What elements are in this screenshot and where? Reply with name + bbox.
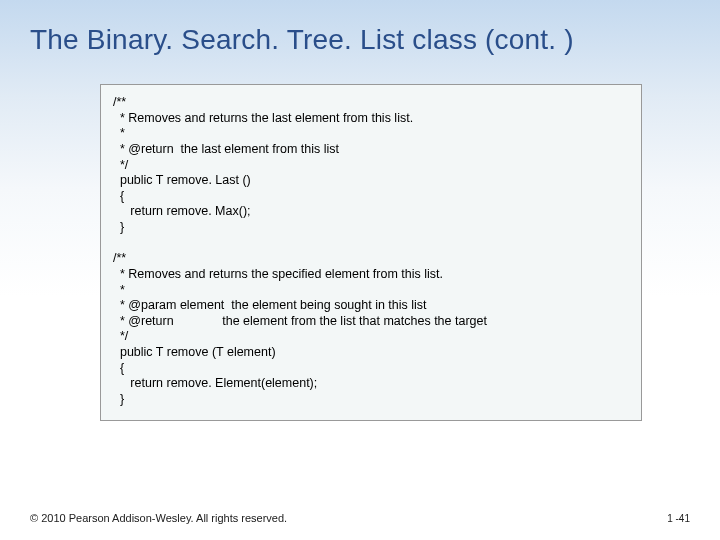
slide: The Binary. Search. Tree. List class (co…: [0, 0, 720, 540]
code-block: /** * Removes and returns the last eleme…: [100, 84, 642, 421]
copyright-text: © 2010 Pearson Addison-Wesley. All right…: [30, 512, 287, 524]
footer: © 2010 Pearson Addison-Wesley. All right…: [30, 512, 690, 524]
slide-title: The Binary. Search. Tree. List class (co…: [30, 24, 690, 56]
page-number: 1 -41: [667, 513, 690, 524]
